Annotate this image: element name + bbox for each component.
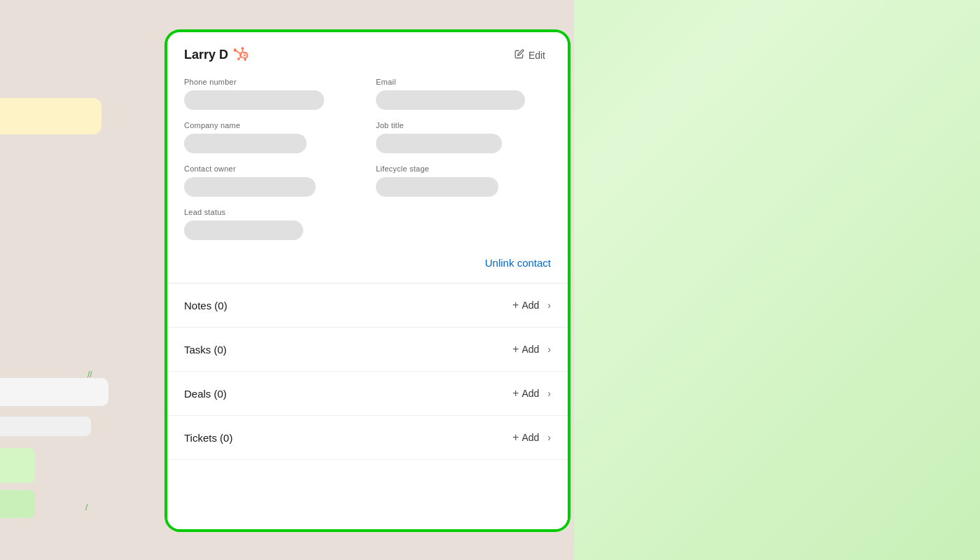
tickets-add-button[interactable]: + Add — [508, 428, 543, 447]
pencil-icon — [514, 49, 524, 61]
tasks-chevron-icon: › — [547, 344, 551, 355]
job-title-skeleton — [376, 134, 502, 153]
deals-actions: + Add › — [508, 384, 551, 402]
unlink-contact-button[interactable]: Unlink contact — [485, 254, 551, 272]
deals-plus-icon: + — [512, 387, 519, 400]
chat-bubble-yellow — [0, 98, 102, 134]
checkmark-1: // — [88, 370, 92, 379]
field-job-title: Job title — [376, 121, 551, 153]
lead-status-label: Lead status — [184, 208, 359, 216]
contact-card-wrapper: Larry D Edit — [164, 29, 570, 532]
phone-skeleton — [184, 90, 324, 110]
contact-info-section: Larry D Edit — [167, 32, 568, 284]
notes-add-button[interactable]: + Add — [508, 296, 543, 314]
tasks-add-button[interactable]: + Add — [508, 340, 543, 358]
email-label: Email — [376, 78, 551, 86]
field-lead-status: Lead status — [184, 208, 359, 240]
field-company: Company name — [184, 121, 359, 153]
tickets-chevron-icon: › — [547, 432, 551, 443]
deals-title: Deals (0) — [184, 388, 227, 400]
notes-section-row[interactable]: Notes (0) + Add › — [167, 284, 568, 328]
deals-chevron-icon: › — [547, 388, 551, 399]
lead-status-skeleton — [184, 220, 303, 240]
notes-plus-icon: + — [512, 299, 519, 312]
contact-owner-label: Contact owner — [184, 164, 359, 173]
company-skeleton — [184, 134, 307, 153]
job-title-label: Job title — [376, 121, 551, 130]
lifecycle-stage-skeleton — [376, 177, 498, 197]
deals-section-row[interactable]: Deals (0) + Add › — [167, 372, 568, 416]
tickets-add-label: Add — [522, 432, 539, 443]
notes-add-label: Add — [522, 300, 539, 311]
notes-actions: + Add › — [508, 296, 551, 314]
tasks-actions: + Add › — [508, 340, 551, 358]
notes-title: Notes (0) — [184, 300, 227, 312]
field-contact-owner: Contact owner — [184, 164, 359, 197]
chat-bubble-white-2 — [0, 416, 91, 436]
chat-bubble-green-2 — [0, 490, 35, 518]
contact-name: Larry D — [184, 48, 228, 62]
company-label: Company name — [184, 121, 359, 130]
lifecycle-stage-label: Lifecycle stage — [376, 164, 551, 173]
tickets-plus-icon: + — [512, 431, 519, 444]
deals-add-label: Add — [522, 388, 539, 399]
field-lifecycle-stage: Lifecycle stage — [376, 164, 551, 197]
contact-header: Larry D Edit — [184, 46, 551, 64]
checkmark-2: / — [85, 503, 88, 512]
phone-label: Phone number — [184, 78, 359, 86]
tasks-plus-icon: + — [512, 343, 519, 356]
deals-add-button[interactable]: + Add — [508, 384, 543, 402]
contact-name-area: Larry D — [184, 46, 249, 64]
tasks-section-row[interactable]: Tasks (0) + Add › — [167, 328, 568, 372]
chat-bubble-white-1 — [0, 378, 108, 406]
tickets-actions: + Add › — [508, 428, 551, 447]
field-email: Email — [376, 78, 551, 110]
tasks-add-label: Add — [522, 344, 539, 355]
tickets-title: Tickets (0) — [184, 432, 232, 444]
edit-label: Edit — [528, 50, 545, 61]
field-phone: Phone number — [184, 78, 359, 110]
tickets-section-row[interactable]: Tickets (0) + Add › — [167, 416, 568, 460]
section-list: Notes (0) + Add › Tasks (0) + Add › — [167, 284, 568, 529]
notes-chevron-icon: › — [547, 300, 551, 311]
tasks-title: Tasks (0) — [184, 344, 227, 356]
chat-bubble-green-1 — [0, 448, 35, 483]
edit-button[interactable]: Edit — [509, 46, 551, 64]
contact-card: Larry D Edit — [167, 32, 568, 529]
fields-grid: Phone number Email Company name Job titl… — [184, 78, 551, 240]
email-skeleton — [376, 90, 525, 110]
hubspot-icon — [234, 46, 249, 64]
contact-owner-skeleton — [184, 177, 316, 197]
